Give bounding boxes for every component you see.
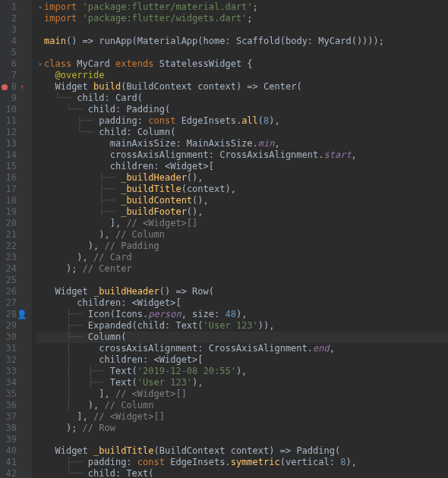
code-line[interactable]: Widget build(BuildContext context) => Ce… xyxy=(36,81,448,93)
code-line[interactable]: Widget _buildTitle(BuildContext context)… xyxy=(36,445,448,457)
gutter-line[interactable]: 19 xyxy=(0,206,32,218)
token-type: Text xyxy=(175,320,197,332)
code-line[interactable]: ], // <Widget>[] xyxy=(36,218,448,229)
code-line[interactable]: │ crossAxisAlignment: CrossAxisAlignment… xyxy=(36,343,448,354)
code-line[interactable]: └── child: Padding( xyxy=(36,104,448,115)
fold-icon[interactable]: ▾ xyxy=(36,58,44,70)
token-type: runApp( xyxy=(99,36,137,47)
gutter-line[interactable]: 38 xyxy=(0,423,32,434)
code-line[interactable]: ), // Card xyxy=(36,252,448,263)
token-type: CrossAxisAlignment. xyxy=(209,343,313,354)
fold-icon[interactable]: ▾ xyxy=(36,2,44,13)
code-line[interactable]: mainAxisSize: MainAxisSize.min, xyxy=(36,138,448,149)
code-line[interactable]: @override xyxy=(36,70,448,81)
code-line[interactable] xyxy=(36,434,448,445)
code-line[interactable]: └── child: Text( xyxy=(36,468,448,478)
gutter-line[interactable]: 12 xyxy=(0,127,32,138)
gutter-line[interactable]: 5 xyxy=(0,47,32,58)
gutter-line[interactable]: 20 xyxy=(0,218,32,229)
code-line[interactable]: ├── _buildContent(), xyxy=(36,195,448,206)
code-area[interactable]: ▾import 'package:flutter/material.dart';… xyxy=(32,0,448,478)
gutter-line[interactable]: 41 xyxy=(0,457,32,468)
gutter-line[interactable]: 1 xyxy=(0,2,32,13)
code-line[interactable]: │ ], // <Widget>[] xyxy=(36,388,448,400)
gutter-line[interactable]: 27 xyxy=(0,297,32,309)
code-line[interactable]: ▾import 'package:flutter/material.dart'; xyxy=(36,2,448,13)
gutter-line[interactable]: 8⇡ xyxy=(0,81,32,93)
gutter-line[interactable]: 4 xyxy=(0,36,32,47)
gutter-line[interactable]: 6 xyxy=(0,58,32,70)
gutter-line[interactable]: 10 xyxy=(0,104,32,115)
gutter-line[interactable]: 14 xyxy=(0,149,32,161)
code-line[interactable]: └── child: Column( xyxy=(36,127,448,138)
code-line[interactable]: │ ├── Text('2019-12-08 20:55'), xyxy=(36,366,448,377)
code-line[interactable]: children: <Widget>[ xyxy=(36,297,448,309)
breakpoint-icon[interactable] xyxy=(2,84,8,90)
code-line[interactable]: ▾class MyCard extends StatelessWidget { xyxy=(36,58,448,70)
code-line[interactable]: Widget _buildHeader() => Row( xyxy=(36,286,448,297)
gutter-line[interactable]: 34 xyxy=(0,377,32,388)
code-line[interactable]: │ ), // Column xyxy=(36,400,448,411)
code-line[interactable] xyxy=(36,24,448,36)
code-line[interactable]: ), // Column xyxy=(36,229,448,241)
code-line[interactable]: └── child: Card( xyxy=(36,93,448,104)
gutter-line[interactable]: 23 xyxy=(0,252,32,263)
code-line[interactable]: ├── padding: const EdgeInsets.symmetric(… xyxy=(36,457,448,468)
gutter-line[interactable]: 30 xyxy=(0,332,32,343)
gutter-line[interactable]: 25 xyxy=(0,275,32,286)
gutter-line[interactable]: 40 xyxy=(0,445,32,457)
code-line[interactable]: children: <Widget>[ xyxy=(36,161,448,172)
gutter-line[interactable]: 21 xyxy=(0,229,32,241)
code-line[interactable]: │ children: <Widget>[ xyxy=(36,354,448,366)
gutter-line[interactable]: 28👤 xyxy=(0,309,32,320)
gutter-line[interactable]: 42 xyxy=(0,468,32,478)
fold-icon xyxy=(36,36,44,47)
gutter-line[interactable]: 26 xyxy=(0,286,32,297)
line-number: 3 xyxy=(5,24,17,36)
gutter-line[interactable]: 32 xyxy=(0,354,32,366)
gutter-line[interactable]: 24 xyxy=(0,263,32,275)
code-line[interactable]: main() => runApp(MaterialApp(home: Scaff… xyxy=(36,36,448,47)
code-line[interactable]: ├── Expanded(child: Text('User 123')), xyxy=(36,320,448,332)
gutter-line[interactable]: 29 xyxy=(0,320,32,332)
code-line[interactable] xyxy=(36,47,448,58)
gutter-line[interactable]: 3 xyxy=(0,24,32,36)
code-editor[interactable]: 12345678⇡9101112131415161718192021222324… xyxy=(0,0,448,478)
gutter-line[interactable]: 17 xyxy=(0,184,32,195)
gutter-line[interactable]: 37 xyxy=(0,411,32,423)
code-line[interactable]: ├── _buildTitle(context), xyxy=(36,184,448,195)
gutter-line[interactable]: 35 xyxy=(0,388,32,400)
gutter-line[interactable]: 2 xyxy=(0,13,32,24)
gutter-line[interactable]: 18 xyxy=(0,195,32,206)
code-line[interactable]: ); // Row xyxy=(36,423,448,434)
gutter-line[interactable]: 13 xyxy=(0,138,32,149)
gutter-line[interactable]: 39 xyxy=(0,434,32,445)
code-line[interactable] xyxy=(36,275,448,286)
gutter-line[interactable]: 31 xyxy=(0,343,32,354)
code-line[interactable]: ├── _buildHeader(), xyxy=(36,172,448,184)
fold-icon xyxy=(36,411,44,423)
code-line[interactable]: ├── padding: const EdgeInsets.all(8), xyxy=(36,115,448,127)
gutter-line[interactable]: 33 xyxy=(0,366,32,377)
code-line[interactable]: ], // <Widget>[] xyxy=(36,411,448,423)
token-type: BuildContext xyxy=(159,445,231,457)
code-line[interactable]: crossAxisAlignment: CrossAxisAlignment.s… xyxy=(36,149,448,161)
code-line[interactable]: ├── Column( xyxy=(36,332,448,343)
code-line[interactable]: ├── _buildFooter(), xyxy=(36,206,448,218)
token-punct: < xyxy=(132,297,137,309)
token-guide xyxy=(44,161,110,172)
code-line[interactable]: ), // Padding xyxy=(36,241,448,252)
code-line[interactable]: import 'package:flutter/widgets.dart'; xyxy=(36,13,448,24)
gutter-line[interactable]: 22 xyxy=(0,241,32,252)
gutter-line[interactable]: 7 xyxy=(0,70,32,81)
gutter-line[interactable]: 36 xyxy=(0,400,32,411)
code-line[interactable]: │ ├── Text('User 123'), xyxy=(36,377,448,388)
token-str: '2019-12-08 20:55' xyxy=(137,366,236,377)
code-line[interactable]: ├── Icon(Icons.person, size: 48), xyxy=(36,309,448,320)
gutter-line[interactable]: 9 xyxy=(0,93,32,104)
gutter-line[interactable]: 16 xyxy=(0,172,32,184)
token-type: Column xyxy=(137,127,170,138)
gutter-line[interactable]: 15 xyxy=(0,161,32,172)
code-line[interactable]: ); // Center xyxy=(36,263,448,275)
gutter-line[interactable]: 11 xyxy=(0,115,32,127)
